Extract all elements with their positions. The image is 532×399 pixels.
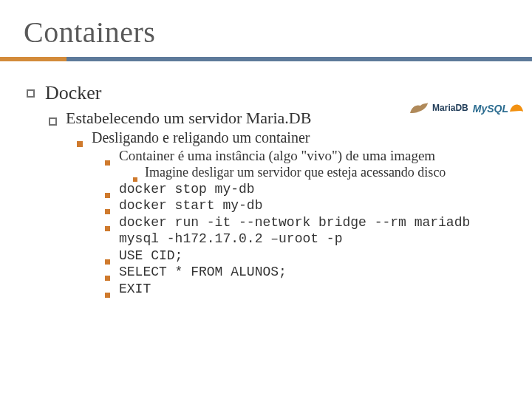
code-text: docker start my-db (119, 197, 262, 214)
bullet-lvl4-cmd4: USE CID; (105, 248, 508, 265)
square-bullet-icon (105, 226, 110, 231)
square-bullet-icon (27, 89, 35, 98)
square-bullet-icon (105, 209, 110, 214)
lvl5-text: Imagine desligar um servidor que esteja … (145, 165, 446, 181)
square-bullet-icon (105, 276, 110, 281)
bullet-lvl3-subsubtopic: Desligando e religando um container (77, 129, 508, 146)
lvl2-text: Estabelecendo um servidor Maria.DB (66, 109, 311, 128)
square-bullet-icon (105, 293, 110, 298)
bullet-lvl4-cmd3: docker run -it --network bridge --rm mar… (105, 214, 508, 248)
mysql-dolphin-icon (508, 101, 525, 115)
mariadb-label: MariaDB (432, 103, 468, 113)
square-bullet-icon (105, 259, 110, 265)
square-bullet-icon (49, 117, 57, 126)
accent-bar-orange (0, 57, 66, 61)
bullet-lvl4-body1: Container é uma instância (algo "vivo") … (105, 147, 508, 165)
mariadb-seal-icon (409, 100, 429, 116)
bullet-lvl5-sub1: Imagine desligar um servidor que esteja … (133, 165, 508, 181)
mysql-label: MySQL (473, 103, 508, 115)
square-bullet-icon (77, 141, 83, 147)
slide: Containers Docker Estabelecendo um servi… (0, 0, 532, 312)
bullet-lvl4-cmd2: docker start my-db (105, 197, 508, 214)
bullet-lvl4-cmd5: SELECT * FROM ALUNOS; (105, 264, 508, 281)
accent-bar-blue (66, 57, 532, 61)
square-bullet-icon (105, 160, 110, 166)
code-text: SELECT * FROM ALUNOS; (119, 264, 287, 281)
slide-title: Containers (24, 15, 508, 50)
divider-bar (0, 57, 532, 61)
bullet-lvl4-cmd1: docker stop my-db (105, 181, 508, 198)
bullet-lvl4-cmd6: EXIT (105, 281, 508, 298)
code-text: docker stop my-db (119, 181, 255, 198)
logo-row: MariaDB MySQL (409, 100, 525, 116)
square-bullet-icon (105, 193, 110, 198)
code-text: docker run -it --network bridge --rm mar… (119, 214, 508, 248)
square-bullet-icon (133, 177, 137, 182)
mysql-logo: MySQL (473, 101, 525, 115)
mariadb-logo: MariaDB (409, 100, 468, 116)
lvl1-text: Docker (45, 82, 102, 104)
lvl4-text: Container é uma instância (algo "vivo") … (119, 147, 435, 165)
code-text: USE CID; (119, 248, 183, 265)
lvl3-text: Desligando e religando um container (92, 129, 310, 146)
code-text: EXIT (119, 281, 151, 298)
